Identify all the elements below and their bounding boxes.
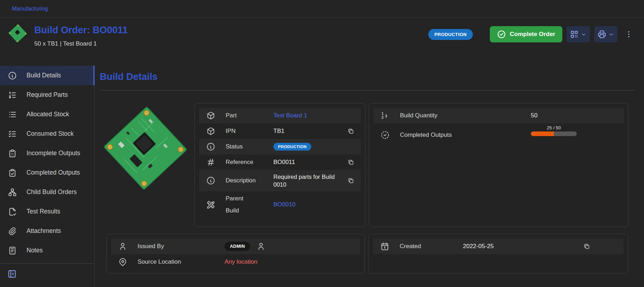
circle-check-icon [497, 30, 506, 39]
row-label: Build Quantity [400, 112, 531, 119]
ipn-value: TB1 [273, 128, 284, 135]
main-panel: Build Details [95, 66, 644, 287]
page-header: Build Order: BO0011 50 x TB1 | Test Boar… [0, 18, 644, 66]
sidebar-item-test-results[interactable]: Test Results [0, 202, 94, 221]
dots-vertical-icon [625, 30, 633, 39]
hash-icon [206, 158, 215, 167]
part-thumbnail-image[interactable] [8, 23, 28, 43]
sidebar-item-consumed-stock[interactable]: Consumed Stock [0, 124, 94, 144]
sidebar-item-label: Attachments [27, 227, 61, 235]
table-row-part: Part Test Board 1 [199, 108, 361, 123]
sidebar-item-completed-outputs[interactable]: Completed Outputs [0, 163, 94, 182]
part-link[interactable]: Test Board 1 [273, 112, 307, 119]
clipboard-list-icon [8, 149, 17, 158]
table-row-parent-build: Parent Build BO0010 [199, 191, 361, 218]
breadcrumb: Manufacturing [0, 0, 644, 18]
sidebar-item-label: Incomplete Outputs [27, 150, 80, 157]
sidebar-item-attachments[interactable]: Attachments [0, 221, 94, 241]
list-icon [8, 110, 17, 119]
status-badge: PRODUCTION [273, 143, 311, 151]
sidebar-item-incomplete-outputs[interactable]: Incomplete Outputs [0, 144, 94, 163]
admin-badge: ADMIN [225, 242, 250, 251]
qrcode-icon [570, 30, 579, 39]
row-label: Issued By [138, 243, 225, 250]
page-title: Build Order: BO0011 [34, 25, 128, 36]
sidebar-item-label: Build Details [27, 72, 61, 79]
row-label: Parent Build [226, 193, 250, 217]
sidebar-item-label: Notes [27, 247, 43, 254]
row-label: IPN [226, 128, 273, 135]
copy-icon [583, 243, 591, 250]
build-quantity-card: 1 2 3 Build Quantity 50 Completed Output… [369, 103, 628, 227]
panel-title: Build Details [100, 71, 634, 82]
sidebar-item-notes[interactable]: Notes [0, 241, 94, 260]
sidebar-item-label: Child Build Orders [27, 188, 77, 196]
copy-icon [347, 177, 355, 184]
svg-text:3: 3 [385, 114, 387, 118]
table-row-created: Created 2022-05-25 [373, 239, 623, 254]
sidebar-item-allocated-stock[interactable]: Allocated Stock [0, 105, 94, 124]
progress-fill [531, 131, 554, 136]
sidebar-item-label: Completed Outputs [27, 169, 80, 176]
row-label: Source Location [138, 258, 225, 265]
row-label: Reference [226, 159, 273, 166]
sidebar-item-build-details[interactable]: Build Details [0, 66, 94, 85]
barcode-actions-button[interactable] [567, 26, 590, 42]
calendar-icon [380, 242, 389, 251]
table-row-build-quantity: 1 2 3 Build Quantity 50 [373, 108, 624, 123]
status-badge: PRODUCTION [428, 29, 472, 40]
more-actions-menu-button[interactable] [623, 29, 634, 40]
copy-button[interactable] [347, 158, 355, 166]
svg-text:1: 1 [382, 112, 384, 116]
list-numbers-icon [8, 90, 17, 100]
user-icon [118, 242, 127, 251]
numbers-123-icon: 1 2 3 [381, 111, 390, 120]
build-quantity-value: 50 [531, 112, 538, 119]
sidebar-item-child-build-orders[interactable]: Child Build Orders [0, 182, 94, 202]
chevron-down-icon [608, 31, 614, 37]
clipboard-check-icon [8, 168, 17, 177]
box-icon [206, 111, 215, 120]
progress-label: 25 / 50 [531, 125, 577, 130]
complete-order-label: Complete Order [510, 31, 555, 38]
complete-order-button[interactable]: Complete Order [490, 26, 562, 42]
issued-by-value: ADMIN [225, 242, 266, 251]
table-row-source-location: Source Location Any location [111, 254, 360, 270]
part-image[interactable] [101, 103, 190, 192]
table-row-ipn: IPN TB1 [199, 123, 361, 139]
parent-build-link[interactable]: BO0010 [273, 201, 295, 208]
sidebar-item-required-parts[interactable]: Required Parts [0, 85, 94, 105]
box-icon [206, 127, 215, 136]
progress-check-icon [381, 130, 390, 140]
sitemap-icon [8, 188, 17, 197]
info-circle-icon [206, 176, 215, 185]
row-label: Status [226, 143, 273, 150]
sidebar-item-label: Allocated Stock [27, 111, 69, 118]
tools-icon [206, 200, 215, 209]
svg-text:2: 2 [382, 116, 384, 119]
source-location-value: Any location [225, 258, 257, 265]
row-label: Part [226, 112, 273, 119]
copy-button[interactable] [347, 177, 355, 184]
reference-value: BO0011 [273, 159, 295, 166]
info-circle-icon [206, 142, 215, 151]
copy-button[interactable] [347, 127, 355, 135]
copy-icon [347, 128, 355, 135]
print-actions-button[interactable] [594, 26, 617, 42]
map-pin-icon [118, 257, 127, 266]
breadcrumb-manufacturing-link[interactable]: Manufacturing [12, 6, 48, 12]
sidebar-item-label: Required Parts [27, 91, 68, 99]
issued-card: Issued By ADMIN Source Location [106, 234, 365, 274]
table-row-issued-by: Issued By ADMIN [111, 239, 360, 254]
printer-icon [597, 30, 607, 39]
paperclip-icon [8, 227, 17, 236]
table-row-completed-outputs: Completed Outputs 25 / 50 [373, 123, 624, 147]
description-value: Required parts for Build 0010 [273, 173, 338, 189]
notes-icon [8, 246, 17, 255]
header-actions: PRODUCTION Complete Order [428, 23, 634, 42]
table-row-reference: Reference BO0011 [199, 154, 361, 170]
sidebar-collapse-button[interactable] [0, 267, 17, 279]
table-row-description: Description Required parts for Build 001… [199, 170, 361, 191]
created-value: 2022-05-25 [463, 243, 494, 250]
copy-button[interactable] [583, 242, 591, 250]
